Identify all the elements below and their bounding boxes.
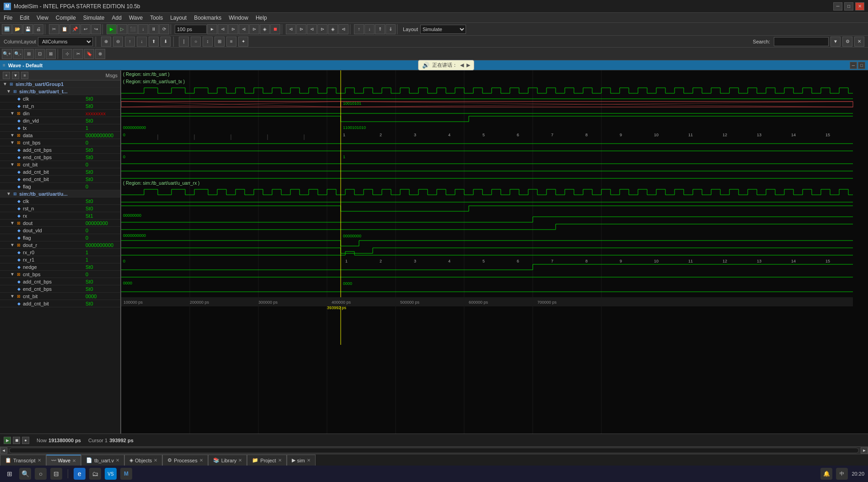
signal-row-addcntbit2[interactable]: ◆ add_cnt_bit St0 <box>0 300 120 307</box>
waveform-panel[interactable]: ( Region: sim:/tb_uart ) ( Region: sim:/… <box>121 70 868 434</box>
tb-sig5[interactable]: ⬆ <box>149 37 159 47</box>
taskbar-start[interactable]: ⊞ <box>4 468 16 480</box>
menu-help[interactable]: Help <box>252 14 271 22</box>
signal-row-doutvld[interactable]: ◆ dout_vld 0 <box>0 227 120 234</box>
expand-data[interactable]: ▼ <box>9 133 16 138</box>
sig-group-btn[interactable]: ≡ <box>21 72 28 79</box>
expand-group3[interactable]: ▼ <box>5 191 12 196</box>
tb-run-all-btn[interactable]: ▷ <box>117 24 127 34</box>
rec-btn[interactable]: ● <box>22 437 29 444</box>
signal-row-flag1[interactable]: ◆ flag 0 <box>0 183 120 190</box>
time-input[interactable] <box>175 25 207 34</box>
signal-row-tx[interactable]: ◆ tx 1 <box>0 124 120 132</box>
menu-file[interactable]: File <box>0 14 16 22</box>
tb-wave5[interactable]: ≡ <box>226 37 236 47</box>
tb-break-btn[interactable]: ⏸ <box>149 24 159 34</box>
taskbar-cortana[interactable]: ○ <box>35 468 47 480</box>
tb-wave2[interactable]: ○ <box>191 37 201 47</box>
scroll-left-btn[interactable]: ◄ <box>0 447 7 454</box>
tb-r4[interactable]: ⊳ <box>317 24 327 34</box>
expand-cntbit2[interactable]: ▼ <box>9 294 16 299</box>
taskbar-clock[interactable]: 20:20 <box>852 471 864 477</box>
search-btn[interactable]: ▼ <box>830 37 841 47</box>
tb-dn2[interactable]: ⇓ <box>386 24 396 34</box>
taskbar-file-manager[interactable]: 🗂 <box>89 468 101 480</box>
signal-row-endcntbps1[interactable]: ◆ end_cnt_bps St0 <box>0 154 120 161</box>
signal-row-addcntbps1[interactable]: ◆ add_cnt_bps St0 <box>0 146 120 154</box>
play-btn[interactable]: ▶ <box>4 437 11 444</box>
tab-objects-close[interactable]: ✕ <box>154 458 157 463</box>
tb-sig1[interactable]: ⊕ <box>101 37 111 47</box>
signal-row-clk1[interactable]: ◆ clk St0 <box>0 95 120 102</box>
zoom-out-btn[interactable]: 🔍- <box>13 49 23 59</box>
expand-dout[interactable]: ▼ <box>9 220 16 225</box>
expand-cntbps1[interactable]: ▼ <box>9 140 16 145</box>
tb-cut-btn[interactable]: ✂ <box>49 24 59 34</box>
expand-cntbit1[interactable]: ▼ <box>9 162 16 167</box>
signal-row-group2[interactable]: ▼ ⊞ sim:/tb_uart/uart_t... <box>0 88 120 95</box>
menu-add[interactable]: Add <box>108 14 125 22</box>
tb-stepover-btn[interactable]: ↓ <box>138 24 148 34</box>
tab-project-close[interactable]: ✕ <box>278 458 282 463</box>
signal-row-addcntbps2[interactable]: ◆ add_cnt_bps St0 <box>0 278 120 285</box>
taskbar-notification[interactable]: 🔔 <box>820 468 832 480</box>
tb-wave1[interactable]: | <box>179 37 189 47</box>
zoom-fit-btn[interactable]: ⊡ <box>35 49 45 59</box>
find-btn[interactable]: ⊗ <box>95 49 105 59</box>
tab-processes-close[interactable]: ✕ <box>199 458 203 463</box>
taskbar-modelsim[interactable]: M <box>120 468 132 480</box>
tb-wave6[interactable]: ✦ <box>238 37 248 47</box>
menu-simulate[interactable]: Simulate <box>80 14 108 22</box>
hscrollbar[interactable] <box>9 448 859 453</box>
tab-library-close[interactable]: ✕ <box>238 458 242 463</box>
close-button[interactable]: ✕ <box>855 2 864 11</box>
cut-wave-btn[interactable]: ✂ <box>73 49 83 59</box>
tb-sig3[interactable]: ↑ <box>125 37 135 47</box>
tb-wave3[interactable]: ↕ <box>203 37 213 47</box>
tb-t5[interactable]: ◈ <box>260 24 270 34</box>
menu-tools[interactable]: Tools <box>146 14 166 22</box>
search-input[interactable] <box>774 37 829 46</box>
expand-cntbps2[interactable]: ▼ <box>9 272 16 277</box>
tab-transcript-close[interactable]: ✕ <box>38 458 41 463</box>
tb-sig4[interactable]: ↓ <box>137 37 147 47</box>
signal-row-flag2[interactable]: ◆ flag 0 <box>0 234 120 241</box>
tab-tbuart[interactable]: 📄 tb_uart.v ✕ <box>81 455 124 466</box>
tb-new-btn[interactable]: 🆕 <box>2 24 12 34</box>
zoom-cursor-btn[interactable]: ⊠ <box>46 49 56 59</box>
menu-window[interactable]: Window <box>225 14 252 22</box>
signal-row-endcntbit1[interactable]: ◆ end_cnt_bit St0 <box>0 176 120 183</box>
taskbar-search[interactable]: 🔍 <box>19 468 31 480</box>
signal-row-doutr[interactable]: ▼ ⊠ dout_r 0000000000 <box>0 241 120 249</box>
zoom-full-btn[interactable]: ⊞ <box>24 49 34 59</box>
tb-open-btn[interactable]: 📂 <box>12 24 22 34</box>
tb-sig6[interactable]: ⬇ <box>161 37 171 47</box>
signal-row-rstn1[interactable]: ◆ rst_n St0 <box>0 102 120 110</box>
signal-row-clk2[interactable]: ◆ clk St0 <box>0 198 120 205</box>
taskbar-keyboard[interactable]: 中 <box>836 468 848 480</box>
signal-row-cntbit2[interactable]: ▼ ⊠ cnt_bit 0000 <box>0 293 120 300</box>
tb-t4[interactable]: ⊳ <box>249 24 259 34</box>
tab-wave-close[interactable]: ✕ <box>72 458 76 463</box>
layout-dropdown[interactable]: Simulate <box>420 25 466 34</box>
signal-row-rxr1[interactable]: ◆ rx_r1 1 <box>0 256 120 263</box>
signal-row-din[interactable]: ▼ ⊠ din xxxxxxxx <box>0 110 120 117</box>
tb-up[interactable]: ↑ <box>354 24 364 34</box>
taskbar-widgets[interactable]: ⊟ <box>50 468 62 480</box>
tb-copy-btn[interactable]: 📋 <box>59 24 70 34</box>
menu-compile[interactable]: Compile <box>52 14 80 22</box>
tab-library[interactable]: 📚 Library ✕ <box>208 455 247 466</box>
tb-r3[interactable]: ⊲ <box>307 24 317 34</box>
tb-t2[interactable]: ⊳ <box>228 24 238 34</box>
expand-din[interactable]: ▼ <box>9 111 16 116</box>
tb-t3[interactable]: ⊲ <box>239 24 249 34</box>
tb-run-btn[interactable]: ▶ <box>107 24 117 34</box>
tab-wave[interactable]: 〰 Wave ✕ <box>46 455 81 466</box>
expand-group2[interactable]: ▼ <box>5 89 12 94</box>
tb-undo-btn[interactable]: ↩ <box>80 24 91 34</box>
tb-up2[interactable]: ⇑ <box>375 24 385 34</box>
tb-step-btn[interactable]: ⬛ <box>128 24 138 34</box>
bookmark-btn[interactable]: 🔖 <box>84 49 94 59</box>
tab-transcript[interactable]: 📋 Transcript ✕ <box>0 455 46 466</box>
taskbar-vscode[interactable]: VS <box>105 468 117 480</box>
